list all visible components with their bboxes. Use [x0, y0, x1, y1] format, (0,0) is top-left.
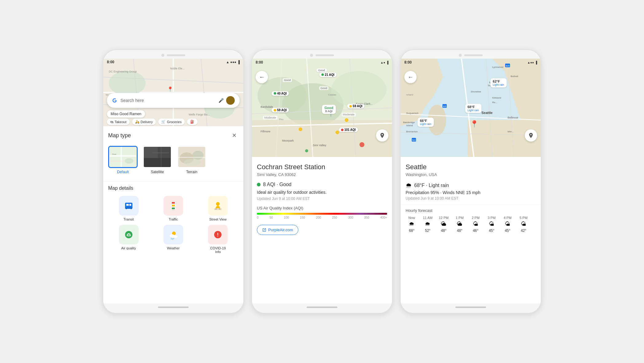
- close-button[interactable]: ✕: [230, 131, 238, 140]
- svg-rect-51: [215, 209, 217, 209]
- home-bar-1: [158, 306, 189, 308]
- aqi-bar-container: 0 50 100 150 200 250 300 350 400+: [257, 213, 387, 219]
- location-button-3[interactable]: [525, 129, 537, 142]
- detail-traffic[interactable]: Traffic: [153, 196, 194, 221]
- hourly-item: Now 🌧 68°: [406, 216, 418, 233]
- airquality-icon: [123, 228, 135, 241]
- svg-point-49: [216, 202, 220, 206]
- home-bar-3: [455, 306, 486, 308]
- detail-streetview[interactable]: Street View: [198, 196, 238, 221]
- camera-1: [161, 54, 164, 57]
- svg-point-21: [125, 158, 133, 164]
- good-map-label: Good: [319, 86, 328, 90]
- phones-container: DC Engineering Group Noble Ele... ter We…: [103, 49, 541, 314]
- phone-screen-2: Bardsdale Fillmore Moorpark Simi Valley …: [252, 59, 392, 303]
- aqi-green-dot: [257, 183, 261, 186]
- filter-chip-groceries[interactable]: 🛒 Groceries: [158, 119, 185, 125]
- svg-rect-18: [121, 147, 122, 167]
- svg-text:Bremerton: Bremerton: [406, 130, 418, 133]
- map-type-terrain[interactable]: Terrain: [177, 146, 206, 174]
- aqi-bubble-5: 101 AQI: [339, 127, 358, 132]
- traffic-label: Traffic: [169, 217, 178, 221]
- status-icons-3: ▲●● ▐: [527, 61, 537, 64]
- filter-chip-delivery[interactable]: 🛵 Delivery: [132, 119, 156, 125]
- home-bar-2: [307, 306, 337, 308]
- wifi-icon: ▲: [226, 60, 229, 64]
- svg-rect-52: [219, 209, 220, 209]
- place-chip[interactable]: Miso Good Ramen: [107, 110, 145, 118]
- transit-icon-box: [119, 196, 139, 216]
- map-type-default[interactable]: Road Default: [108, 146, 138, 174]
- filter-chip-fuel[interactable]: ⛽: [187, 119, 198, 125]
- camera-2: [310, 54, 313, 57]
- status-time-2: 8:00: [256, 60, 263, 64]
- detail-covid[interactable]: ! COVID-19 Info: [198, 225, 238, 254]
- svg-text:305: 305: [443, 105, 446, 107]
- phone-top-1: [103, 50, 243, 59]
- user-avatar[interactable]: [226, 96, 235, 105]
- hourly-time: 5 PM: [520, 216, 528, 220]
- aqi-gradient-bar: [257, 213, 387, 215]
- detail-airquality[interactable]: Air quality: [108, 225, 149, 254]
- city-subtitle: Washington, USA: [406, 172, 536, 177]
- hourly-forecast-list: Now 🌧 68° 11 AM 🌧 52° 12 PM 🌥 48° 1 PM 🌥…: [406, 216, 536, 234]
- weather-label-2: 68°F Light rain: [465, 104, 481, 113]
- svg-rect-25: [144, 158, 171, 167]
- mic-icon[interactable]: 🎤: [218, 98, 224, 103]
- svg-text:Suquamish: Suquamish: [406, 112, 418, 115]
- aqi-value-text: 8 AQI · Good: [263, 182, 292, 187]
- svg-line-62: [174, 238, 174, 239]
- hourly-temp: 46°: [473, 228, 478, 233]
- weather-updated-text: Updated Jun 9 at 10:00 AM EST: [406, 196, 536, 201]
- streetview-icon-box: [208, 196, 228, 216]
- aqi-info-panel: Cochran Street Station Simi Valley, CA 9…: [252, 157, 392, 303]
- aqi-dot-2: [274, 92, 276, 95]
- svg-text:Lynnwood: Lynnwood: [492, 66, 503, 68]
- aqi-bubble-1: 21 AQI: [319, 72, 336, 77]
- aqi-scale: 0 50 100 150 200 250 300 350 400+: [257, 216, 387, 219]
- fuel-icon: ⛽: [190, 120, 194, 124]
- location-button-2[interactable]: [376, 129, 388, 142]
- hourly-temp: 45°: [489, 228, 494, 233]
- hourly-time: 2 PM: [472, 216, 480, 220]
- phone-bottom-3: [401, 303, 541, 313]
- hourly-temp: 45°: [505, 228, 510, 233]
- hourly-weather-icon: 🌤: [489, 221, 494, 227]
- terrain-map-svg: [178, 147, 206, 167]
- purpleair-link[interactable]: PurpleAir.com: [257, 225, 298, 235]
- hourly-temp: 52°: [425, 228, 430, 233]
- airquality-icon-box: [119, 225, 139, 244]
- signal-icon: ●●●: [230, 60, 236, 64]
- status-time-3: 8:00: [404, 60, 412, 64]
- battery-icon-3: ▐: [535, 61, 537, 64]
- speaker-1: [167, 54, 185, 56]
- weather-icon: [167, 228, 179, 241]
- svg-text:Re...: Re...: [492, 101, 497, 104]
- svg-point-86: [359, 142, 364, 147]
- back-button-2[interactable]: ←: [256, 71, 268, 83]
- hourly-item: 3 PM 🌤 45°: [485, 216, 498, 233]
- svg-text:DC Engineering Group: DC Engineering Group: [109, 70, 137, 73]
- status-icons-1: ▲ ●●● ▐: [226, 60, 240, 64]
- hourly-weather-icon: 🌤: [505, 221, 510, 227]
- svg-text:📍: 📍: [167, 86, 173, 92]
- phone-screen-1: DC Engineering Group Noble Ele... ter We…: [103, 59, 243, 303]
- map-type-satellite[interactable]: Satellite: [143, 146, 172, 174]
- streetview-icon: [212, 200, 224, 212]
- phone-screen-3: Lynnwood Bothell Mountlake Terrace Kirkl…: [401, 59, 541, 303]
- svg-rect-37: [125, 208, 132, 208]
- search-bar[interactable]: Search here 🎤: [107, 93, 240, 108]
- detail-weather[interactable]: Weather: [153, 225, 194, 254]
- hourly-time: 4 PM: [504, 216, 512, 220]
- svg-text:Bellevue: Bellevue: [508, 116, 518, 119]
- traffic-icon: [167, 200, 179, 212]
- detail-transit[interactable]: Transit: [108, 196, 149, 221]
- station-title: Cochran Street Station: [257, 163, 387, 171]
- city-title: Seattle: [406, 163, 536, 171]
- filter-chip-takeout[interactable]: 🛍 Takeout: [107, 119, 130, 125]
- terrain-label: Terrain: [186, 170, 198, 174]
- back-button-3[interactable]: ←: [404, 71, 417, 83]
- aqi-dot-4: [349, 105, 352, 107]
- divider-1: [103, 182, 243, 182]
- svg-text:Piru: Piru: [279, 118, 283, 121]
